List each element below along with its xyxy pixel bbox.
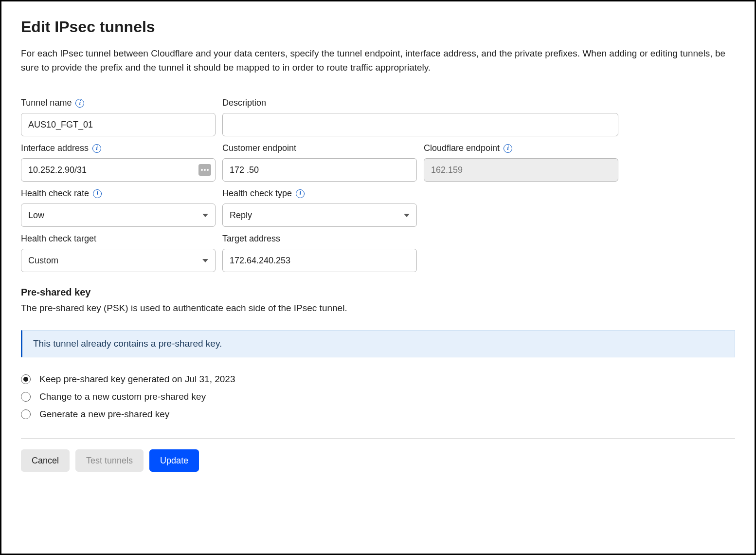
psk-option-custom[interactable]: Change to a new custom pre-shared key xyxy=(21,391,735,402)
description-input[interactable] xyxy=(222,113,618,136)
tunnel-name-input[interactable]: AUS10_FGT_01 xyxy=(21,113,216,136)
field-description: Description xyxy=(222,98,618,136)
description-label: Description xyxy=(222,98,266,108)
info-icon[interactable]: i xyxy=(92,144,101,153)
interface-address-value: 10.252.2.90/31 xyxy=(28,165,87,175)
health-check-rate-value: Low xyxy=(28,210,44,221)
info-icon[interactable]: i xyxy=(504,144,512,153)
more-icon[interactable] xyxy=(198,164,211,176)
psk-option-generate-label: Generate a new pre-shared key xyxy=(39,409,169,420)
field-health-check-type: Health check type i Reply xyxy=(222,188,417,227)
chevron-down-icon xyxy=(404,214,410,217)
customer-endpoint-input[interactable]: 172 .50 xyxy=(222,158,417,182)
psk-banner: This tunnel already contains a pre-share… xyxy=(21,330,735,357)
field-target-address: Target address 172.64.240.253 xyxy=(222,234,417,272)
health-check-target-value: Custom xyxy=(28,256,58,266)
button-row: Cancel Test tunnels Update xyxy=(21,449,735,472)
page-title: Edit IPsec tunnels xyxy=(21,18,735,36)
cloudflare-endpoint-label: Cloudflare endpoint xyxy=(424,143,500,153)
info-icon[interactable]: i xyxy=(296,189,305,198)
health-check-type-select[interactable]: Reply xyxy=(222,204,417,227)
psk-description: The pre-shared key (PSK) is used to auth… xyxy=(21,303,735,314)
psk-option-keep[interactable]: Keep pre-shared key generated on Jul 31,… xyxy=(21,374,735,385)
tunnel-name-value: AUS10_FGT_01 xyxy=(28,120,93,130)
cloudflare-endpoint-input: 162.159 xyxy=(424,158,618,182)
info-icon[interactable]: i xyxy=(93,189,102,198)
psk-option-custom-label: Change to a new custom pre-shared key xyxy=(39,391,206,402)
interface-address-input[interactable]: 10.252.2.90/31 xyxy=(21,158,216,182)
health-check-rate-label: Health check rate xyxy=(21,188,89,199)
psk-option-generate[interactable]: Generate a new pre-shared key xyxy=(21,409,735,420)
divider xyxy=(21,438,735,439)
tunnel-name-label: Tunnel name xyxy=(21,98,72,108)
field-tunnel-name: Tunnel name i AUS10_FGT_01 xyxy=(21,98,216,136)
health-check-target-label: Health check target xyxy=(21,234,96,244)
psk-heading: Pre-shared key xyxy=(21,287,735,298)
target-address-label: Target address xyxy=(222,234,280,244)
health-check-target-select[interactable]: Custom xyxy=(21,249,216,272)
radio-icon xyxy=(21,374,31,384)
radio-icon xyxy=(21,392,31,402)
field-interface-address: Interface address i 10.252.2.90/31 xyxy=(21,143,216,182)
update-button[interactable]: Update xyxy=(149,449,199,472)
health-check-type-label: Health check type xyxy=(222,188,292,199)
field-health-check-target: Health check target Custom xyxy=(21,234,216,272)
chevron-down-icon xyxy=(202,259,208,262)
page-description: For each IPsec tunnel between Cloudflare… xyxy=(21,47,735,74)
field-health-check-rate: Health check rate i Low xyxy=(21,188,216,227)
cancel-button[interactable]: Cancel xyxy=(21,449,70,472)
cloudflare-endpoint-value: 162.159 xyxy=(431,165,463,175)
health-check-rate-select[interactable]: Low xyxy=(21,204,216,227)
field-customer-endpoint: Customer endpoint 172 .50 xyxy=(222,143,417,182)
psk-radio-group: Keep pre-shared key generated on Jul 31,… xyxy=(21,374,735,420)
customer-endpoint-value: 172 .50 xyxy=(230,165,259,175)
customer-endpoint-label: Customer endpoint xyxy=(222,143,296,153)
form-grid: Tunnel name i AUS10_FGT_01 Description I… xyxy=(21,98,735,272)
test-tunnels-button[interactable]: Test tunnels xyxy=(75,449,144,472)
info-icon[interactable]: i xyxy=(75,99,84,108)
target-address-input[interactable]: 172.64.240.253 xyxy=(222,249,417,272)
psk-option-keep-label: Keep pre-shared key generated on Jul 31,… xyxy=(39,374,235,385)
target-address-value: 172.64.240.253 xyxy=(230,256,290,266)
radio-icon xyxy=(21,409,31,419)
field-cloudflare-endpoint: Cloudflare endpoint i 162.159 xyxy=(424,143,618,182)
chevron-down-icon xyxy=(202,214,208,217)
health-check-type-value: Reply xyxy=(230,210,252,221)
interface-address-label: Interface address xyxy=(21,143,89,153)
